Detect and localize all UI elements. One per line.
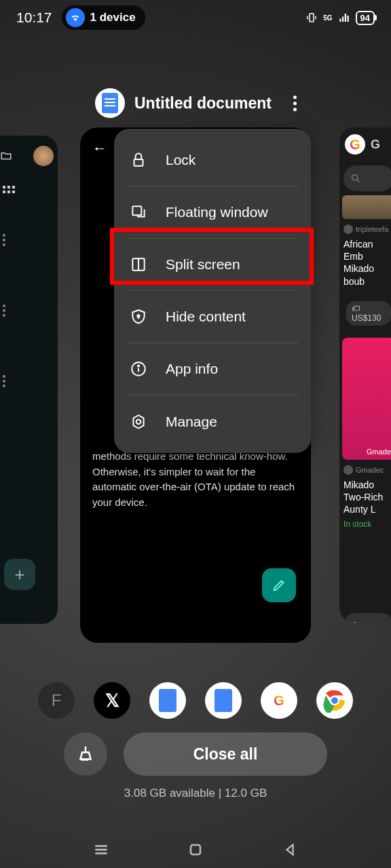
grid-view-icon — [3, 186, 15, 198]
svg-point-9 — [138, 366, 139, 367]
app-context-menu: Lock Floating window Split screen Hide c… — [114, 129, 311, 453]
menu-label: Hide content — [166, 309, 246, 325]
folder-icon — [0, 150, 12, 162]
navigation-bar — [0, 840, 391, 860]
network-type: 5G — [323, 14, 332, 22]
more-icon — [3, 239, 5, 241]
svg-rect-18 — [191, 845, 200, 854]
menu-item-hide-content[interactable]: Hide content — [126, 291, 299, 343]
svg-point-1 — [352, 175, 358, 180]
product-title: African Emb Mikado boub — [339, 237, 391, 289]
search-bar — [343, 165, 391, 191]
signal-icon — [338, 12, 350, 24]
menu-item-lock[interactable]: Lock — [126, 134, 299, 186]
recent-apps-dock: F 𝕏 — [0, 682, 391, 719]
edit-fab[interactable] — [262, 568, 296, 602]
google-label: G — [371, 138, 380, 152]
menu-label: Split screen — [166, 256, 240, 273]
google-icon — [345, 134, 365, 155]
battery-level: 94 — [356, 11, 375, 25]
search-icon — [350, 173, 361, 184]
device-count: 1 device — [90, 11, 136, 24]
wifi-icon — [66, 8, 85, 27]
app-icon-docs[interactable] — [95, 88, 125, 118]
menu-label: Lock — [166, 152, 196, 168]
dock-app-finder[interactable]: F — [38, 682, 75, 719]
menu-label: Manage — [166, 414, 217, 430]
manage-icon — [129, 412, 148, 431]
broom-icon — [75, 744, 96, 764]
clock-time: 10:17 — [16, 9, 52, 26]
lock-icon — [129, 151, 148, 170]
product-image — [342, 195, 391, 219]
svg-rect-3 — [132, 206, 141, 215]
more-options-button[interactable] — [293, 96, 297, 111]
more-icon — [3, 309, 5, 312]
device-indicator[interactable]: 1 device — [62, 5, 145, 30]
seller-name: Gmadec — [339, 462, 391, 477]
seller-name: tripleteefa — [339, 222, 391, 237]
menu-item-split-screen[interactable]: Split screen — [126, 239, 299, 291]
recent-card-left[interactable]: + — [0, 136, 58, 624]
avatar — [33, 146, 54, 166]
info-icon — [129, 359, 148, 378]
product-image: Gmade — [342, 338, 391, 460]
home-nav-button[interactable] — [185, 840, 206, 860]
floating-window-icon — [129, 203, 148, 222]
useful-prompt: Are these useful? — [343, 613, 391, 623]
app-title: Untitled document — [134, 94, 272, 113]
menu-item-manage[interactable]: Manage — [126, 395, 299, 448]
product-title: Mikado Two-Rich Aunty L — [339, 477, 391, 517]
svg-point-14 — [331, 696, 339, 705]
menu-label: App info — [166, 361, 218, 377]
recents-nav-button[interactable] — [91, 840, 111, 860]
split-screen-icon — [129, 255, 148, 274]
price-tag: 🏷 US$130 — [346, 301, 391, 326]
svg-marker-10 — [133, 415, 143, 429]
vibrate-icon — [305, 12, 318, 24]
add-button[interactable]: + — [4, 559, 35, 590]
more-icon — [3, 380, 5, 382]
dock-app-docs[interactable] — [149, 682, 186, 719]
dock-app-x[interactable]: 𝕏 — [94, 682, 130, 719]
status-bar: 10:17 1 device 5G 94 — [0, 0, 391, 35]
stock-status: In stock — [339, 517, 391, 532]
pencil-icon — [272, 578, 286, 593]
recent-card-right[interactable]: G tripleteefa African Emb Mikado boub 🏷 … — [339, 127, 391, 623]
dock-app-docs-active[interactable] — [205, 682, 242, 719]
menu-label: Floating window — [166, 204, 268, 220]
menu-item-floating-window[interactable]: Floating window — [126, 186, 299, 239]
dock-app-google[interactable] — [261, 682, 297, 719]
close-all-button[interactable]: Close all — [124, 732, 327, 776]
dock-app-chrome[interactable] — [316, 682, 353, 719]
clean-memory-button[interactable] — [64, 732, 107, 776]
menu-item-app-info[interactable]: App info — [126, 343, 299, 395]
shield-icon — [129, 307, 148, 326]
memory-status: 3.08 GB available | 12.0 GB — [124, 787, 267, 800]
svg-point-11 — [136, 419, 141, 424]
back-nav-button[interactable] — [280, 840, 300, 860]
svg-rect-0 — [310, 14, 314, 22]
svg-rect-2 — [134, 159, 143, 166]
